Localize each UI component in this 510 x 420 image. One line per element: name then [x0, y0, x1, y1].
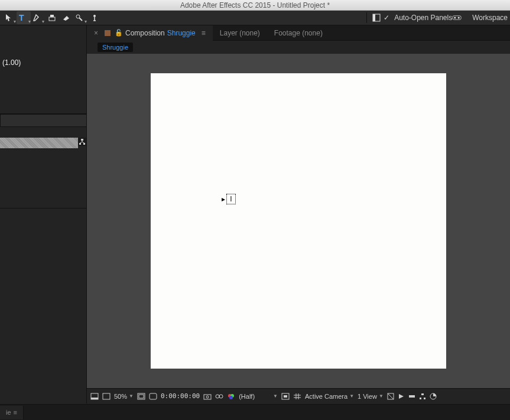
- project-column-header[interactable]: [0, 114, 86, 127]
- viewer-footer: 50%▼ 0:00:00:00 (Half)▼ Active Camera▼ 1…: [87, 388, 510, 403]
- type-tool[interactable]: T ▾: [17, 11, 31, 24]
- workspace-label[interactable]: Workspace: [472, 14, 508, 22]
- timeline-tab[interactable]: ie ≡: [0, 406, 24, 419]
- timeline-tab-label: ie: [6, 409, 11, 416]
- roi-icon[interactable]: [281, 393, 290, 400]
- always-preview-icon[interactable]: [90, 393, 99, 400]
- transparency-grid-icon[interactable]: [102, 393, 111, 400]
- auto-open-panels-label[interactable]: Auto-Open Panels: [394, 14, 452, 22]
- project-item-row[interactable]: [0, 138, 78, 148]
- effects-panel: [0, 209, 87, 403]
- text-bounding-box: I: [226, 194, 236, 204]
- left-column: (1.00): [0, 25, 87, 403]
- window-titlebar: Adobe After Effects CC 2015 - Untitled P…: [0, 0, 510, 11]
- fast-previews-icon[interactable]: [398, 393, 405, 400]
- svg-point-22: [216, 395, 219, 398]
- tab-footage-label: Footage (none): [274, 29, 323, 37]
- mask-visibility-icon[interactable]: [149, 393, 157, 400]
- svg-rect-30: [409, 395, 415, 398]
- svg-rect-10: [81, 139, 83, 141]
- exposure-icon[interactable]: [430, 393, 437, 400]
- canvas-area[interactable]: ▸ I: [87, 54, 510, 388]
- toolbar-divider: [366, 12, 367, 23]
- pixel-aspect-value: (1.00): [2, 58, 84, 67]
- main-toolbar: ▾ T ▾ ▾ ▾ ✓ Auto-Open Panels Workspace: [0, 11, 510, 25]
- project-info-panel: (1.00): [0, 25, 87, 114]
- grid-guides-icon[interactable]: [293, 393, 301, 400]
- svg-text:T: T: [19, 14, 24, 22]
- svg-point-21: [206, 396, 209, 398]
- close-icon[interactable]: ×: [94, 29, 98, 37]
- show-channel-icon[interactable]: [215, 393, 223, 400]
- views-dropdown[interactable]: 1 View▼: [358, 393, 384, 400]
- tab-composition-label: Composition: [125, 29, 165, 37]
- checkmark-icon: ✓: [384, 14, 389, 22]
- svg-rect-13: [105, 30, 111, 36]
- comp-nav-item[interactable]: Shruggie: [98, 43, 133, 52]
- current-timecode[interactable]: 0:00:00:00: [161, 392, 200, 400]
- svg-rect-18: [139, 395, 144, 398]
- svg-rect-6: [373, 14, 375, 21]
- composition-canvas[interactable]: ▸ I: [151, 73, 446, 369]
- tab-composition[interactable]: × 🔓 Composition Shruggie ≡: [87, 25, 213, 41]
- pen-tool[interactable]: ▾: [31, 11, 45, 24]
- svg-rect-15: [91, 398, 98, 399]
- svg-rect-33: [424, 398, 425, 399]
- svg-rect-28: [284, 395, 287, 398]
- viewer-tabstrip: × 🔓 Composition Shruggie ≡ Layer (none) …: [87, 25, 510, 41]
- tab-layer-label: Layer (none): [220, 29, 260, 37]
- snapshot-icon[interactable]: [203, 393, 212, 400]
- selection-tool[interactable]: ▾: [2, 11, 17, 24]
- svg-point-26: [229, 396, 233, 399]
- window-title: Adobe After Effects CC 2015 - Untitled P…: [180, 1, 330, 9]
- svg-point-23: [219, 395, 223, 398]
- text-insertion-cursor: ▸ I: [222, 194, 236, 204]
- svg-rect-20: [204, 395, 211, 399]
- svg-point-9: [458, 17, 460, 18]
- tab-layer[interactable]: Layer (none): [213, 25, 267, 41]
- svg-point-8: [454, 17, 456, 18]
- svg-rect-7: [453, 16, 461, 19]
- svg-rect-1: [50, 15, 54, 17]
- clone-stamp-tool[interactable]: [45, 11, 59, 24]
- sync-settings-icon[interactable]: [452, 13, 462, 22]
- title-safe-icon[interactable]: [137, 393, 145, 400]
- cursor-arrow-icon: ▸: [222, 195, 225, 203]
- eraser-tool[interactable]: [59, 11, 73, 24]
- tab-composition-name[interactable]: Shruggie: [167, 29, 196, 37]
- tab-footage[interactable]: Footage (none): [267, 25, 330, 41]
- flowchart-icon[interactable]: [78, 138, 86, 146]
- roto-brush-tool[interactable]: ▾: [73, 11, 87, 24]
- svg-rect-31: [421, 393, 424, 395]
- svg-rect-12: [83, 143, 85, 145]
- zoom-level[interactable]: 50%▼: [114, 393, 134, 400]
- comp-navigator: Shruggie: [87, 41, 510, 54]
- svg-rect-11: [79, 143, 81, 145]
- svg-point-4: [93, 15, 96, 17]
- composition-viewer: × 🔓 Composition Shruggie ≡ Layer (none) …: [87, 25, 510, 403]
- resolution-dropdown[interactable]: (Half)▼: [239, 393, 278, 400]
- pixel-aspect-icon[interactable]: [387, 393, 394, 400]
- comp-icon: [103, 28, 112, 38]
- svg-rect-2: [49, 17, 55, 21]
- tab-menu-icon[interactable]: ≡: [202, 29, 206, 37]
- puppet-pin-tool[interactable]: [87, 11, 102, 24]
- svg-rect-19: [150, 393, 157, 399]
- project-panel: [0, 114, 87, 209]
- color-mgmt-icon[interactable]: [227, 393, 235, 400]
- svg-rect-32: [420, 398, 421, 399]
- tab-menu-icon[interactable]: ≡: [14, 409, 17, 416]
- camera-dropdown[interactable]: Active Camera▼: [305, 393, 354, 400]
- comp-flowchart-icon[interactable]: [419, 393, 426, 400]
- timeline-icon[interactable]: [408, 393, 415, 400]
- svg-rect-16: [103, 393, 110, 399]
- timeline-strip: ie ≡: [0, 404, 510, 420]
- lock-icon[interactable]: 🔓: [115, 29, 123, 37]
- panel-layout-icon[interactable]: [369, 11, 384, 24]
